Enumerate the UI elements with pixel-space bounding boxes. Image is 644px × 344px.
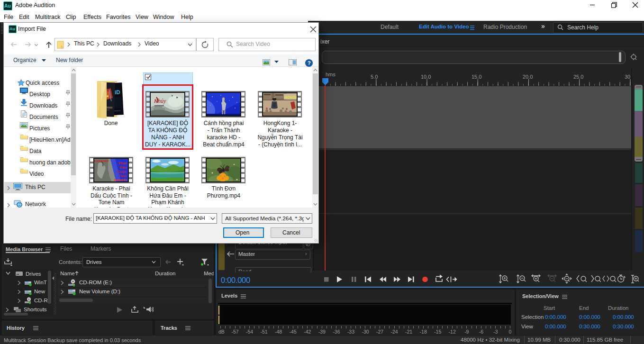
svg-text:Acoustic: Acoustic	[114, 178, 127, 181]
svg-text:Phai: Phai	[118, 161, 127, 165]
svg-text:Tình: Tình	[118, 174, 127, 178]
svg-text:Cuộc: Cuộc	[117, 170, 127, 174]
svg-text:KARAOKE: KARAOKE	[94, 160, 109, 163]
svg-text:Dấu: Dấu	[119, 165, 127, 170]
svg-text:HONGKON: HONGKON	[284, 95, 297, 100]
